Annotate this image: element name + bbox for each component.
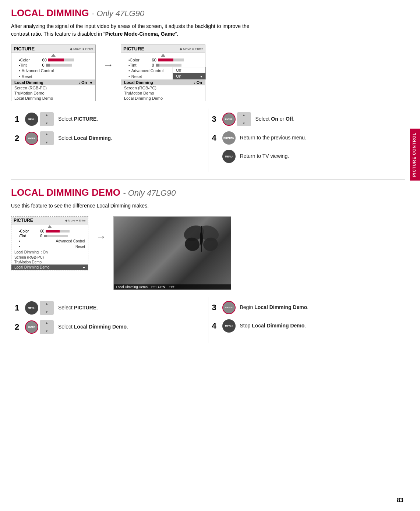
ld-demo-highlight: Local Dimming Demo ● — [11, 265, 88, 270]
steps-left-2: 1 MENU ▲ ▼ Select PICTURE. 2 ENTE — [11, 297, 208, 343]
local-dimming-demo-item: Local Dimming Demo — [11, 96, 95, 101]
menu-button-3[interactable]: MENU — [25, 301, 38, 315]
step3: 3 ENTER ▲ ▼ Select On or Off. — [212, 112, 402, 126]
step4-buttons: RETURN ↩ — [222, 131, 236, 145]
menu-button-1[interactable]: MENU — [25, 113, 38, 126]
menu-body-1: • Color 60 • Tint 0 — [11, 53, 95, 101]
ld-demo-2: Local Dimming Demo — [121, 96, 205, 101]
on-off-dropdown: Off On ● — [173, 67, 206, 79]
trumotion-demo-item: TruMotion Demo — [11, 91, 95, 96]
local-dimming-row-2: Local Dimming : On — [121, 79, 205, 85]
menu-button-4[interactable]: MENU — [222, 319, 236, 333]
color-row: • Color 60 — [11, 57, 95, 63]
steps-right-2: 3 ENTER Begin Local Dimming Demo. 4 MENU… — [208, 297, 406, 343]
screen-rgb-item: Screen (RGB-PC) — [11, 85, 95, 91]
section-tab: PICTURE CONTROL — [410, 129, 420, 181]
steps-right-1: 3 ENTER ▲ ▼ Select On or Off. 4 R — [208, 109, 406, 172]
section2-diagrams: PICTURE ◆ Move ● Enter • Color 60 — [11, 216, 405, 290]
advanced-control-item: • Advanced Control — [11, 68, 95, 74]
screen-rgb-3: Screen (RGB-PC) — [11, 255, 88, 260]
ld-row-3: Local Dimming : On — [11, 249, 88, 255]
nav-button-2[interactable]: ▲ ▼ — [40, 131, 54, 145]
arrow-2: → — [96, 216, 106, 243]
nav-button-4[interactable]: ▲ ▼ — [40, 301, 54, 315]
s2-step3: 3 ENTER Begin Local Dimming Demo. — [212, 301, 402, 314]
step-menu-buttons: MENU — [222, 150, 236, 163]
menu-button-2[interactable]: MENU — [222, 150, 236, 163]
steps-section1: 1 MENU ▲ ▼ Select PICTURE. 2 ENTE — [11, 109, 405, 172]
return-button-1[interactable]: RETURN ↩ — [222, 131, 236, 145]
svg-point-5 — [200, 231, 203, 246]
local-dimming-row: Local Dimming : On ● — [11, 79, 95, 85]
trumotion-3: TruMotion Demo — [11, 260, 88, 265]
section1-description: After analyzing the signal of the input … — [11, 22, 405, 38]
demo-status-bar: Local Dimming Demo RETURN Exit — [114, 284, 231, 290]
enter-button-4[interactable]: ENTER — [222, 301, 236, 314]
off-option: Off — [173, 67, 205, 73]
s2-step1: 1 MENU ▲ ▼ Select PICTURE. — [15, 301, 204, 315]
menu-box-2: PICTURE ◆ Move ● Enter • Color 60 — [121, 45, 205, 101]
step2: 2 ENTER ▲ ▼ Select Local Dimming. — [15, 131, 204, 145]
step3-buttons: ENTER ▲ ▼ — [222, 112, 251, 126]
step1: 1 MENU ▲ ▼ Select PICTURE. — [15, 112, 204, 126]
s2-step2-buttons: ENTER ▲ ▼ — [25, 320, 54, 334]
triangle-up-icon-3 — [47, 225, 52, 228]
s2-step1-buttons: MENU ▲ ▼ — [25, 301, 54, 315]
section2-description: Use this feature to see the difference L… — [11, 202, 405, 210]
enter-button-1[interactable]: ENTER — [25, 132, 38, 145]
page-number: 83 — [397, 497, 403, 504]
menu-body-3: • Color 60 • Tint 0 — [11, 224, 88, 270]
butterfly-icon — [183, 224, 220, 253]
menu-box-1: PICTURE ◆ Move ● Enter • Color 60 — [11, 45, 96, 101]
section2-title: LOCAL DIMMING DEMO - Only 47LG90 — [11, 187, 405, 198]
steps-left-1: 1 MENU ▲ ▼ Select PICTURE. 2 ENTE — [11, 109, 208, 172]
s2-step4-buttons: MENU — [222, 319, 236, 333]
s2-step2: 2 ENTER ▲ ▼ Select Local Dimming Demo. — [15, 320, 204, 334]
arrow-1: → — [103, 45, 113, 71]
color-row-3: • Color 60 — [11, 229, 88, 234]
trumotion-2: TruMotion Demo — [121, 91, 205, 96]
nav-button-3[interactable]: ▲ ▼ — [237, 112, 251, 126]
triangle-up-icon — [51, 54, 56, 57]
menu-header-1: PICTURE ◆ Move ● Enter — [11, 45, 95, 53]
adv-ctrl-3: • Advanced Control — [11, 238, 88, 244]
demo-image: Local Dimming Demo RETURN Exit — [113, 216, 231, 290]
step4: 4 RETURN ↩ Return to the previous menu. — [212, 131, 402, 145]
tint-row-3: • Tint 0 — [11, 234, 88, 238]
enter-button-2[interactable]: ENTER — [222, 113, 236, 126]
on-option: On ● — [173, 73, 205, 79]
triangle-up-icon-2 — [161, 54, 165, 57]
nav-button-5[interactable]: ▲ ▼ — [40, 320, 54, 334]
reset-3: • Reset — [11, 244, 88, 249]
steps-section2: 1 MENU ▲ ▼ Select PICTURE. 2 ENTE — [11, 297, 405, 343]
section1-diagrams: PICTURE ◆ Move ● Enter • Color 60 — [11, 45, 405, 101]
reset-item: • Reset — [11, 74, 95, 79]
screen-rgb-2: Screen (RGB-PC) — [121, 85, 205, 91]
enter-button-3[interactable]: ENTER — [25, 320, 38, 334]
menu-box-3: PICTURE ◆ Move ● Enter • Color 60 — [11, 216, 88, 270]
step-menu-return: MENU Return to TV viewing. — [212, 150, 402, 163]
s2-step3-buttons: ENTER — [222, 301, 236, 314]
color-row-2: • Color 60 — [121, 57, 205, 63]
divider — [11, 179, 405, 180]
step2-buttons: ENTER ▲ ▼ — [25, 131, 54, 145]
tint-row: • Tint 0 — [11, 63, 95, 68]
section1-title: LOCAL DIMMING - Only 47LG90 — [11, 7, 405, 19]
nav-button-1[interactable]: ▲ ▼ — [40, 112, 54, 126]
s2-step4: 4 MENU Stop Local Dimming Demo. — [212, 319, 402, 333]
menu-header-2: PICTURE ◆ Move ● Enter — [121, 45, 205, 53]
step1-buttons: MENU ▲ ▼ — [25, 112, 54, 126]
menu-header-3: PICTURE ◆ Move ● Enter — [11, 217, 88, 224]
